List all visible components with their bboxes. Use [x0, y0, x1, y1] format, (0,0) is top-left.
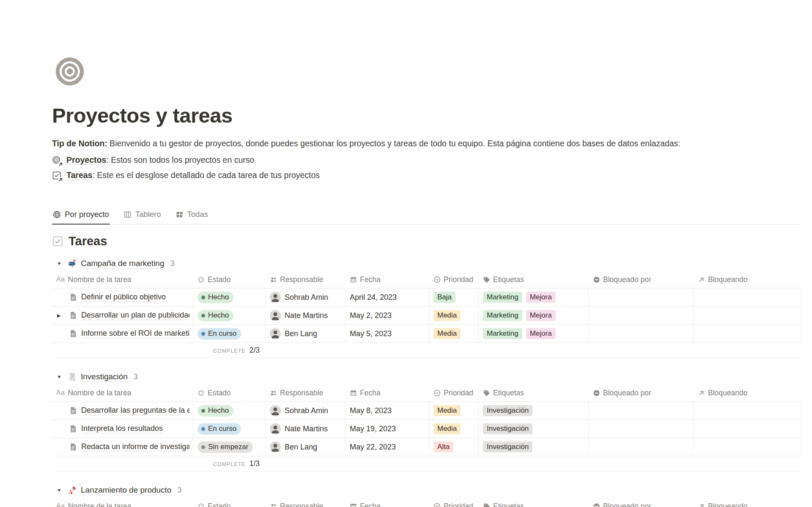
cell-person[interactable]: Sohrab Amin [266, 402, 346, 419]
tag-badge[interactable]: Mejora [526, 310, 556, 321]
page-target-icon[interactable] [55, 57, 84, 86]
tag-badge[interactable]: Marketing [483, 328, 522, 339]
cell-blocking[interactable] [694, 402, 801, 419]
tasks-page-link[interactable]: Tareas [66, 170, 92, 180]
cell-status[interactable]: En curso [193, 420, 266, 438]
cell-blocking[interactable] [694, 325, 801, 343]
cell-task-name[interactable]: Redacta un informe de investigación [52, 438, 193, 456]
status-badge[interactable]: Hecho [198, 292, 233, 303]
tag-badge[interactable]: Mejora [526, 292, 556, 303]
cell-tags[interactable]: MarketingMejora [479, 325, 589, 343]
column-header-date[interactable]: Fecha [346, 275, 429, 284]
cell-priority[interactable]: Media [429, 402, 479, 419]
cell-status[interactable]: Hecho [193, 288, 266, 306]
cell-date[interactable]: May 5, 2023 [346, 325, 429, 343]
cell-person[interactable]: Nate Martins [266, 307, 346, 324]
priority-badge[interactable]: Media [433, 405, 461, 416]
cell-blocking[interactable] [694, 420, 801, 438]
tag-badge[interactable]: Marketing [483, 310, 522, 321]
cell-task-name[interactable]: Interpreta los resultados [52, 420, 193, 438]
group-name-link[interactable]: Lanzamiento de producto [81, 485, 171, 495]
cell-person[interactable]: Ben Lang [266, 325, 346, 343]
cell-person[interactable]: Ben Lang [266, 438, 346, 456]
cell-blocked-by[interactable] [589, 288, 694, 306]
column-header-person[interactable]: Responsable [266, 502, 346, 507]
tag-badge[interactable]: Marketing [483, 292, 522, 303]
cell-date[interactable]: May 2, 2023 [346, 307, 429, 324]
cell-priority[interactable]: Media [429, 325, 479, 343]
column-header-priority[interactable]: Prioridad [429, 502, 479, 507]
cell-blocked-by[interactable] [589, 438, 694, 456]
priority-badge[interactable]: Media [433, 328, 461, 339]
task-name-link[interactable]: Desarrollar un plan de publicidad [81, 311, 189, 320]
status-badge[interactable]: En curso [198, 423, 241, 435]
status-badge[interactable]: En curso [198, 328, 241, 340]
column-header-name[interactable]: AaNombre de la tarea [52, 389, 193, 397]
cell-priority[interactable]: Baja [429, 288, 479, 306]
column-header-person[interactable]: Responsable [266, 389, 346, 397]
cell-task-name[interactable]: Informe sobre el ROI de marketing [52, 325, 193, 343]
column-header-person[interactable]: Responsable [266, 275, 346, 284]
column-header-blocking[interactable]: Bloqueando [694, 502, 801, 507]
cell-blocking[interactable] [694, 307, 801, 324]
status-badge[interactable]: Sin empezar [198, 441, 253, 453]
tab-todas[interactable]: Todas [175, 206, 209, 225]
task-name-link[interactable]: Interpreta los resultados [81, 424, 163, 433]
cell-blocking[interactable] [694, 288, 801, 306]
column-header-status[interactable]: Estado [193, 389, 266, 397]
projects-page-link[interactable]: Proyectos [66, 155, 106, 165]
cell-tags[interactable]: Investigación [479, 402, 589, 419]
cell-person[interactable]: Nate Martins [266, 420, 346, 438]
tag-badge[interactable]: Investigación [483, 441, 532, 452]
group-name-link[interactable]: Investigación [81, 372, 128, 382]
complete-calc[interactable]: COMPLETE2/3 [52, 346, 266, 355]
tab-por-proyecto[interactable]: Por proyecto [52, 206, 110, 225]
cell-date[interactable]: April 24, 2023 [346, 288, 429, 306]
column-header-tags[interactable]: Etiquetas [479, 389, 589, 397]
column-header-priority[interactable]: Prioridad [429, 275, 479, 284]
cell-tags[interactable]: MarketingMejora [479, 288, 589, 306]
cell-date[interactable]: May 22, 2023 [346, 438, 429, 456]
column-header-status[interactable]: Estado [193, 275, 266, 284]
group-toggle-icon[interactable]: ▼ [55, 261, 64, 266]
cell-task-name[interactable]: Desarrollar las preguntas de la encuesta [52, 402, 193, 419]
cell-person[interactable]: Sohrab Amin [266, 288, 346, 306]
cell-priority[interactable]: Media [429, 307, 479, 324]
task-name-link[interactable]: Informe sobre el ROI de marketing [81, 329, 189, 338]
cell-blocked-by[interactable] [589, 402, 694, 419]
group-toggle-icon[interactable]: ▼ [55, 488, 64, 493]
column-header-name[interactable]: AaNombre de la tarea [52, 502, 193, 507]
column-header-tags[interactable]: Etiquetas [479, 275, 589, 284]
task-name-link[interactable]: Desarrollar las preguntas de la encuesta [81, 406, 189, 415]
task-name-link[interactable]: Redacta un informe de investigación [81, 442, 189, 452]
cell-tags[interactable]: Investigación [479, 438, 589, 456]
cell-status[interactable]: Hecho [193, 402, 266, 419]
priority-badge[interactable]: Media [433, 310, 461, 321]
cell-tags[interactable]: Investigación [479, 420, 589, 438]
column-header-date[interactable]: Fecha [346, 502, 429, 507]
column-header-blocking[interactable]: Bloqueando [694, 275, 801, 284]
cell-status[interactable]: Sin empezar [193, 438, 266, 456]
priority-badge[interactable]: Baja [433, 292, 455, 303]
priority-badge[interactable]: Media [433, 423, 461, 434]
status-badge[interactable]: Hecho [198, 405, 233, 417]
cell-tags[interactable]: MarketingMejora [479, 307, 589, 324]
column-header-tags[interactable]: Etiquetas [479, 502, 589, 507]
cell-date[interactable]: May 19, 2023 [346, 420, 429, 438]
column-header-date[interactable]: Fecha [346, 389, 429, 397]
cell-task-name[interactable]: ▶Desarrollar un plan de publicidad [52, 307, 193, 324]
column-header-priority[interactable]: Prioridad [429, 389, 479, 397]
cell-blocked-by[interactable] [589, 420, 694, 438]
tag-badge[interactable]: Investigación [483, 405, 532, 416]
group-toggle-icon[interactable]: ▼ [55, 374, 64, 379]
cell-blocked-by[interactable] [589, 325, 694, 343]
column-header-status[interactable]: Estado [193, 502, 266, 507]
column-header-blocked_by[interactable]: Bloqueado por [589, 275, 694, 284]
column-header-blocked_by[interactable]: Bloqueado por [589, 389, 694, 397]
cell-blocking[interactable] [694, 438, 801, 456]
cell-blocked-by[interactable] [589, 307, 694, 324]
row-toggle-icon[interactable]: ▶ [57, 313, 60, 318]
tab-tablero[interactable]: Tablero [123, 206, 162, 225]
column-header-blocked_by[interactable]: Bloqueado por [589, 502, 694, 507]
complete-calc[interactable]: COMPLETE1/3 [52, 459, 266, 468]
